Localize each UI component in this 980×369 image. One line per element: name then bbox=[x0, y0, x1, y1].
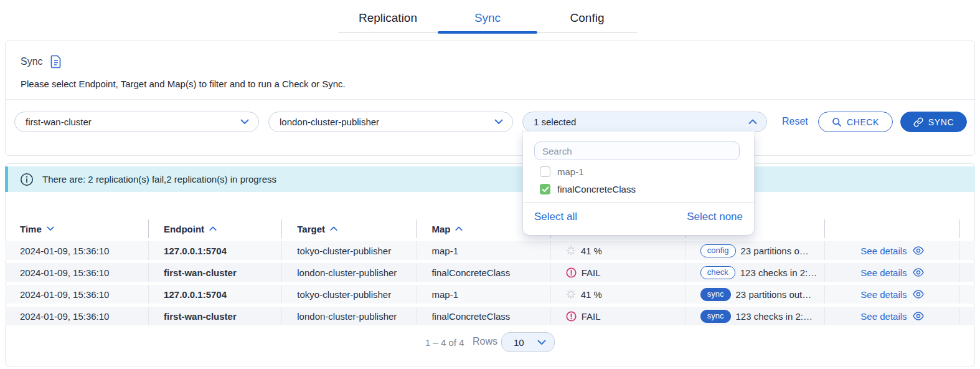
cell-target: tokyo-cluster-publisher bbox=[282, 241, 417, 260]
divider bbox=[6, 99, 974, 100]
checkmark-icon bbox=[542, 186, 549, 193]
map-select-value: 1 selected bbox=[534, 117, 576, 127]
see-details-link[interactable]: See details bbox=[860, 311, 923, 322]
cell-details: See details bbox=[825, 241, 960, 260]
table-row: 2024-01-09, 15:36:10 127.0.0.1:5704 toky… bbox=[5, 285, 975, 304]
cell-time: 2024-01-09, 15:36:10 bbox=[5, 285, 149, 304]
spinner-icon bbox=[566, 289, 576, 299]
alert-circle-icon bbox=[566, 267, 577, 278]
cell-map: map-1 bbox=[417, 241, 550, 260]
page-title: Sync bbox=[21, 55, 62, 69]
status-badge: config bbox=[700, 244, 736, 257]
cell-endpoint: first-wan-cluster bbox=[149, 307, 282, 325]
table-header-row: Time Endpoint Target Map Status Message bbox=[5, 219, 975, 238]
checkbox-checked[interactable] bbox=[540, 184, 550, 194]
see-details-link[interactable]: See details bbox=[860, 289, 923, 300]
info-banner: There are: 2 replication(s) fail,2 repli… bbox=[5, 166, 975, 192]
sync-button[interactable]: SYNC bbox=[900, 112, 967, 132]
row-spacer bbox=[960, 307, 975, 325]
see-details-link[interactable]: See details bbox=[860, 267, 923, 278]
map-option-finalconcreteclass[interactable]: finalConcreteClass bbox=[540, 184, 636, 194]
table-row: 2024-01-09, 15:36:10 first-wan-cluster l… bbox=[5, 263, 975, 282]
cell-map: finalConcreteClass bbox=[417, 263, 550, 282]
map-multiselect[interactable]: 1 selected bbox=[522, 112, 767, 132]
see-details-link[interactable]: See details bbox=[860, 246, 923, 256]
instructions-text: Please select Endpoint, Target and Map(s… bbox=[21, 79, 346, 89]
alert-circle-icon bbox=[566, 311, 577, 322]
eye-icon bbox=[913, 268, 924, 277]
endpoint-select[interactable]: first-wan-cluster bbox=[14, 112, 259, 132]
column-header-target[interactable]: Target bbox=[282, 219, 417, 238]
select-none-link[interactable]: Select none bbox=[687, 211, 743, 223]
sync-button-label: SYNC bbox=[928, 117, 954, 127]
banner-text: There are: 2 replication(s) fail,2 repli… bbox=[42, 174, 276, 184]
link-icon bbox=[913, 117, 923, 127]
document-icon[interactable] bbox=[50, 55, 62, 69]
rows-per-page-label: Rows bbox=[473, 336, 497, 347]
cell-details: See details bbox=[825, 307, 960, 325]
cell-endpoint: 127.0.0.1:5704 bbox=[149, 285, 282, 304]
map-option-map-1[interactable]: map-1 bbox=[540, 166, 584, 177]
column-label: Map bbox=[431, 224, 450, 234]
column-header-time[interactable]: Time bbox=[5, 219, 149, 238]
chevron-down-icon bbox=[537, 340, 546, 345]
table-row: 2024-01-09, 15:36:10 127.0.0.1:5704 toky… bbox=[5, 241, 975, 260]
status-badge: check bbox=[700, 266, 735, 279]
map-dropdown-panel: map-1 finalConcreteClass Select all Sele… bbox=[523, 132, 754, 235]
sync-page: Replication Sync Config Sync Please sele… bbox=[0, 0, 980, 369]
rows-per-page-value: 10 bbox=[514, 337, 524, 348]
cell-status: 41 % bbox=[551, 241, 686, 260]
target-select-value: london-cluster-publisher bbox=[280, 117, 379, 127]
search-icon bbox=[832, 117, 842, 127]
message-text: 23 partitions out… bbox=[736, 289, 812, 300]
eye-icon bbox=[913, 312, 924, 320]
column-header-endpoint[interactable]: Endpoint bbox=[149, 219, 282, 238]
tab-sync[interactable]: Sync bbox=[438, 5, 537, 32]
info-circle-icon bbox=[20, 173, 34, 186]
message-text: 23 partitions o… bbox=[741, 246, 809, 256]
cell-status: 41 % bbox=[551, 285, 686, 304]
tab-bar: Replication Sync Config bbox=[338, 5, 637, 33]
select-all-link[interactable]: Select all bbox=[534, 211, 577, 223]
row-spacer bbox=[960, 263, 975, 282]
cell-time: 2024-01-09, 15:36:10 bbox=[5, 241, 149, 260]
eye-icon bbox=[913, 246, 924, 255]
eye-icon bbox=[913, 290, 924, 299]
cell-time: 2024-01-09, 15:36:10 bbox=[5, 307, 149, 325]
row-spacer bbox=[960, 285, 975, 304]
reset-link[interactable]: Reset bbox=[782, 116, 808, 127]
sort-desc-icon bbox=[47, 226, 54, 231]
status-progress-value: 41 % bbox=[581, 246, 602, 256]
cell-details: See details bbox=[825, 263, 960, 282]
cell-map: finalConcreteClass bbox=[417, 307, 550, 325]
cell-endpoint: first-wan-cluster bbox=[149, 263, 282, 282]
pagination-range: 1 – 4 of 4 bbox=[425, 337, 464, 348]
table-row: 2024-01-09, 15:36:10 first-wan-cluster l… bbox=[5, 307, 975, 325]
cell-endpoint: 127.0.0.1:5704 bbox=[149, 241, 282, 260]
chevron-down-icon bbox=[240, 119, 249, 125]
see-details-label: See details bbox=[860, 246, 907, 256]
tab-replication[interactable]: Replication bbox=[338, 5, 438, 32]
endpoint-select-value: first-wan-cluster bbox=[26, 117, 92, 127]
chevron-down-icon bbox=[494, 119, 503, 125]
check-button[interactable]: CHECK bbox=[818, 112, 893, 132]
row-spacer bbox=[960, 241, 975, 260]
chevron-up-icon bbox=[748, 119, 757, 125]
search-input[interactable] bbox=[534, 141, 740, 160]
sync-title-label: Sync bbox=[21, 56, 43, 67]
cell-message: check 123 checks in 2:… bbox=[686, 263, 825, 282]
target-select[interactable]: london-cluster-publisher bbox=[268, 112, 513, 132]
message-text: 123 checks in 2:… bbox=[740, 267, 817, 278]
cell-target: tokyo-cluster-publisher bbox=[282, 285, 417, 304]
check-button-label: CHECK bbox=[847, 117, 879, 127]
rows-per-page-select[interactable]: 10 bbox=[501, 332, 555, 352]
status-progress-value: 41 % bbox=[581, 289, 602, 300]
tab-config[interactable]: Config bbox=[537, 5, 637, 32]
column-label: Time bbox=[20, 224, 42, 234]
see-details-label: See details bbox=[860, 289, 907, 300]
divider bbox=[523, 202, 754, 203]
checkbox-unchecked[interactable] bbox=[540, 166, 550, 177]
map-option-label: finalConcreteClass bbox=[557, 184, 636, 194]
column-label: Target bbox=[297, 224, 325, 234]
see-details-label: See details bbox=[860, 267, 907, 278]
